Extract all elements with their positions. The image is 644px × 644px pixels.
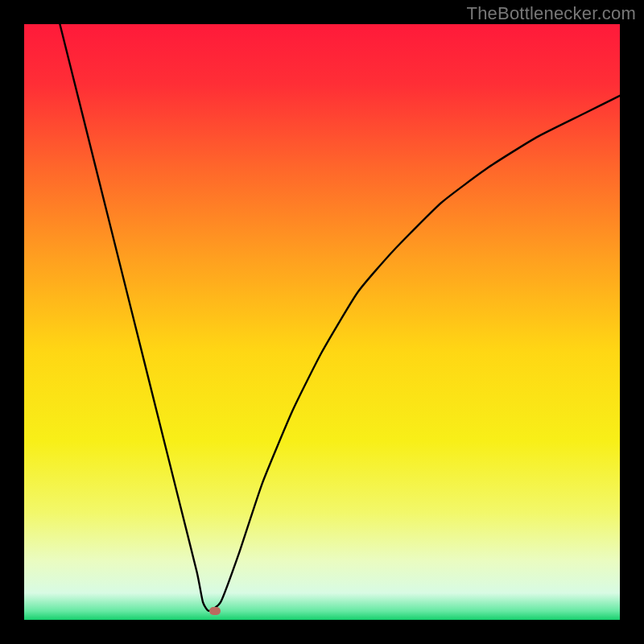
optimum-marker (209, 607, 221, 615)
watermark-label: TheBottlenecker.com (467, 3, 636, 24)
plot-area (24, 24, 620, 620)
bottleneck-curve (24, 24, 620, 620)
chart-frame: TheBottlenecker.com (0, 0, 644, 644)
